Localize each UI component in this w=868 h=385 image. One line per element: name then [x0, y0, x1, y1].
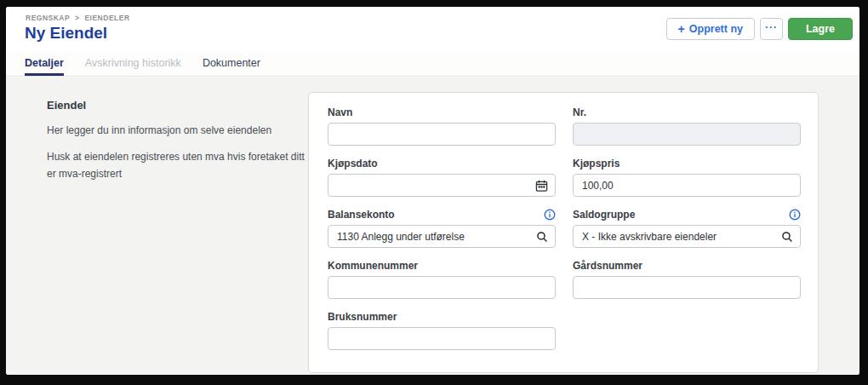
- more-actions-button[interactable]: ···: [760, 18, 783, 40]
- field-saldogruppe: Saldogruppe: [573, 208, 801, 259]
- create-new-button[interactable]: + Opprett ny: [666, 18, 755, 40]
- bruksnummer-label: Bruksnummer: [328, 311, 397, 323]
- tab-detaljer[interactable]: Detaljer: [25, 57, 64, 76]
- kjopspris-label: Kjøpspris: [573, 158, 620, 170]
- navn-label: Navn: [328, 106, 352, 118]
- tab-dokumenter[interactable]: Dokumenter: [203, 57, 260, 76]
- breadcrumb-separator: >: [75, 14, 79, 22]
- app-window: REGNSKAP > EIENDELER Ny Eiendel + Oppret…: [6, 7, 859, 375]
- saldogruppe-label: Saldogruppe: [573, 209, 635, 221]
- field-bruksnummer: Bruksnummer: [328, 310, 556, 361]
- save-button-label: Lagre: [806, 23, 835, 35]
- field-nr: Nr.: [573, 106, 801, 157]
- info-icon[interactable]: [544, 209, 556, 221]
- field-kommunenummer: Kommunenummer: [328, 259, 556, 310]
- field-kjopsdato: Kjøpsdato: [328, 157, 556, 208]
- saldogruppe-input[interactable]: [573, 225, 801, 248]
- page-title: Ny Eiendel: [25, 24, 107, 43]
- kjopsdato-label: Kjøpsdato: [328, 158, 378, 170]
- save-button[interactable]: Lagre: [788, 18, 853, 40]
- kjopsdato-input[interactable]: [328, 174, 556, 197]
- gardsnummer-label: Gårdsnummer: [573, 260, 642, 272]
- nr-input: [573, 123, 801, 146]
- field-balansekonto: Balansekonto: [328, 208, 556, 259]
- form-grid: Navn Nr. Kjøpsdato: [328, 106, 799, 361]
- nr-label: Nr.: [573, 106, 586, 118]
- balansekonto-label: Balansekonto: [328, 209, 395, 221]
- kjopspris-input[interactable]: [573, 174, 801, 197]
- search-icon[interactable]: [781, 231, 793, 243]
- description-paragraph: Husk at eiendelen registreres uten mva h…: [47, 149, 312, 183]
- bruksnummer-input[interactable]: [328, 327, 556, 350]
- asset-form-card: Navn Nr. Kjøpsdato: [308, 92, 819, 373]
- info-icon[interactable]: [789, 209, 801, 221]
- section-heading: Eiendel: [47, 99, 312, 112]
- content-area: Eiendel Her legger du inn informasjon om…: [6, 78, 859, 375]
- create-new-button-label: Opprett ny: [689, 23, 743, 35]
- field-navn: Navn: [328, 106, 556, 157]
- calendar-icon[interactable]: [535, 179, 548, 192]
- description-panel: Eiendel Her legger du inn informasjon om…: [47, 99, 312, 192]
- balansekonto-input[interactable]: [328, 225, 556, 248]
- gardsnummer-input[interactable]: [573, 276, 801, 299]
- plus-icon: +: [678, 22, 685, 36]
- tab-avskrivning-historikk: Avskrivning historikk: [85, 57, 181, 76]
- breadcrumb-item-eiendeler[interactable]: EIENDELER: [84, 14, 129, 22]
- breadcrumb-item-regnskap[interactable]: REGNSKAP: [26, 14, 70, 22]
- ellipsis-icon: ···: [765, 21, 778, 33]
- toolbar: + Opprett ny ··· Lagre: [666, 18, 853, 40]
- tab-bar: Detaljer Avskrivning historikk Dokumente…: [6, 51, 859, 77]
- kommunenummer-input[interactable]: [328, 276, 556, 299]
- field-kjopspris: Kjøpspris: [573, 157, 801, 208]
- field-gardsnummer: Gårdsnummer: [573, 259, 801, 310]
- page-header: REGNSKAP > EIENDELER Ny Eiendel + Oppret…: [6, 7, 859, 51]
- breadcrumb: REGNSKAP > EIENDELER: [26, 14, 133, 22]
- search-icon[interactable]: [536, 231, 548, 243]
- navn-input[interactable]: [328, 123, 556, 146]
- kommunenummer-label: Kommunenummer: [328, 260, 418, 272]
- description-paragraph: Her legger du inn informasjon om selve e…: [47, 123, 312, 140]
